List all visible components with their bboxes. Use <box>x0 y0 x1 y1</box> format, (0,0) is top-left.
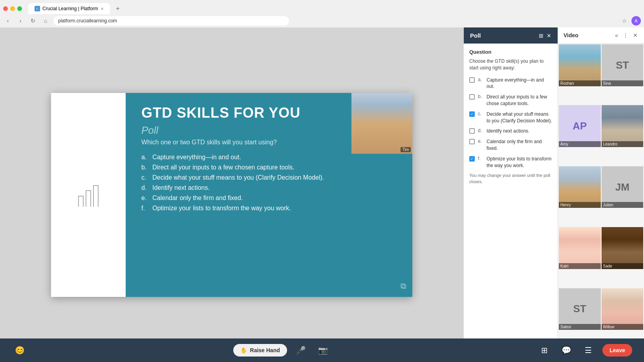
poll-checkbox-f[interactable] <box>469 156 475 162</box>
poll-option-e[interactable]: e. Calendar only the firm and fixed. <box>469 138 552 152</box>
address-bar-row: ‹ › ↻ ⌂ platform.cruciallearning.com ☆ A <box>0 14 644 27</box>
participant-name-leandro: Leandro <box>602 141 644 147</box>
copy-icon[interactable]: ⧉ <box>401 282 406 291</box>
poll-option-letter-b: b. <box>478 94 483 99</box>
poll-checkbox-b[interactable] <box>469 94 475 100</box>
option-text-a: Capture everything—in and out. <box>152 154 241 161</box>
tim-video: Tim <box>351 93 412 154</box>
poll-expand-icon[interactable]: ⊞ <box>539 33 543 39</box>
poll-option-letter-a: a. <box>478 77 483 82</box>
emoji-button[interactable]: 😊 <box>12 342 27 358</box>
poll-option-f[interactable]: f. Optimize your lists to transform the … <box>469 156 552 169</box>
back-button[interactable]: ‹ <box>3 16 13 25</box>
maximize-window-button[interactable] <box>17 6 22 11</box>
salesi-initials: ST <box>573 303 586 315</box>
video-header-btns: « ⋮ ✕ <box>614 31 639 39</box>
poll-checkbox-d[interactable] <box>469 128 475 134</box>
home-button[interactable]: ⌂ <box>41 16 50 25</box>
toolbar-center: ✋ Raise Hand 🎤 📷 <box>233 342 331 358</box>
traffic-lights <box>3 6 22 11</box>
slide-option-a: a. Capture everything—in and out. <box>141 154 397 161</box>
grid-view-button[interactable]: ⊞ <box>536 342 552 358</box>
option-letter-d: d. <box>141 184 149 191</box>
main-layout: GTD SKILLS FOR YOU Poll Which one or two… <box>0 27 644 362</box>
chat-button[interactable]: 💬 <box>558 342 574 358</box>
participant-name-sina: Sina <box>602 80 644 86</box>
poll-close-icon[interactable]: ✕ <box>547 33 551 39</box>
amy-initials: AP <box>573 120 587 132</box>
option-text-f: Optimize your lists to transform the way… <box>152 205 291 212</box>
video-cell-willow: Willow <box>602 288 644 330</box>
forward-button[interactable]: › <box>16 16 25 25</box>
profile-avatar[interactable]: A <box>631 16 641 25</box>
minimize-window-button[interactable] <box>10 6 15 11</box>
julien-initials: JM <box>615 181 629 193</box>
video-prev-button[interactable]: « <box>614 31 619 39</box>
tim-label: Tim <box>401 147 411 152</box>
participant-name-sade: Sade <box>602 263 644 269</box>
option-text-b: Direct all your inputs to a few chosen c… <box>152 164 295 171</box>
menu-button[interactable]: ☰ <box>580 342 596 358</box>
slide-area: GTD SKILLS FOR YOU Poll Which one or two… <box>0 27 463 362</box>
option-letter-c: c. <box>141 174 149 181</box>
leave-button[interactable]: Leave <box>602 344 632 357</box>
poll-checkbox-a[interactable] <box>469 77 475 83</box>
raise-hand-icon: ✋ <box>240 347 247 353</box>
video-cell-salesi: ST Salesi <box>559 288 601 330</box>
tab-favicon: C <box>35 6 40 11</box>
video-close-button[interactable]: ✕ <box>632 31 639 39</box>
video-cell-julien: JM Julien <box>602 166 644 208</box>
poll-option-c[interactable]: c. Decide what your stuff means to you (… <box>469 111 552 124</box>
participant-name-willow: Willow <box>602 324 644 330</box>
poll-title: Poll <box>470 32 481 39</box>
slide-option-d: d. Identify next actions. <box>141 184 397 191</box>
poll-option-b[interactable]: b. Direct all your inputs to a few chose… <box>469 94 552 107</box>
new-tab-button[interactable]: + <box>113 4 123 13</box>
chart-bar-1 <box>78 196 84 207</box>
poll-checkbox-e[interactable] <box>469 139 475 144</box>
video-cell-henry: Henry <box>559 166 601 208</box>
slide-option-c: c. Decide what your stuff means to you (… <box>141 174 397 181</box>
tab-close-button[interactable]: ✕ <box>101 7 104 11</box>
raise-hand-label: Raise Hand <box>250 347 280 353</box>
right-panels: Poll ⊞ ✕ Question Choose the GTD skill(s… <box>463 27 644 362</box>
participant-name-roshan: Roshan <box>559 80 601 86</box>
poll-option-d[interactable]: d. Identify next actions. <box>469 128 552 135</box>
poll-note: You may change your answer until the pol… <box>469 173 552 185</box>
browser-chrome: C Crucial Learning | Platform ✕ + ‹ › ↻ … <box>0 0 644 27</box>
microphone-button[interactable]: 🎤 <box>293 342 309 358</box>
camera-button[interactable]: 📷 <box>315 342 331 358</box>
browser-tab[interactable]: C Crucial Learning | Platform ✕ <box>28 3 110 14</box>
raise-hand-button[interactable]: ✋ Raise Hand <box>233 344 287 357</box>
poll-checkbox-c[interactable] <box>469 111 475 117</box>
video-cell-sina: ST Sina <box>602 44 644 86</box>
video-panel: Video « ⋮ ✕ Roshan <box>558 27 644 362</box>
slide-option-e: e. Calendar only the firm and fixed. <box>141 195 397 202</box>
video-cell-sade: Sade <box>602 227 644 269</box>
video-cell-leandro: Leandro <box>602 105 644 147</box>
video-options-button[interactable]: ⋮ <box>622 31 629 39</box>
option-text-d: Identify next actions. <box>152 184 210 191</box>
panels-row: Poll ⊞ ✕ Question Choose the GTD skill(s… <box>463 27 644 362</box>
question-label: Question <box>469 49 552 55</box>
poll-option-letter-f: f. <box>478 156 483 161</box>
bar-chart-icon <box>78 183 99 207</box>
poll-header-icons: ⊞ ✕ <box>539 33 551 39</box>
address-input[interactable]: platform.cruciallearning.com <box>53 16 289 25</box>
poll-option-a[interactable]: a. Capture everything—in and out. <box>469 77 552 90</box>
poll-option-text-f: Optimize your lists to transform the way… <box>487 156 552 169</box>
bookmark-button[interactable]: ☆ <box>620 16 629 25</box>
tab-title: Crucial Learning | Platform <box>42 6 98 11</box>
chart-bar-2 <box>86 190 91 207</box>
toolbar-right: ⊞ 💬 ☰ Leave <box>536 342 632 358</box>
reload-button[interactable]: ↻ <box>28 16 38 25</box>
participant-name-katri: Katri <box>559 263 601 269</box>
participant-name-amy: Amy <box>559 141 601 147</box>
close-window-button[interactable] <box>3 6 8 11</box>
poll-panel: Poll ⊞ ✕ Question Choose the GTD skill(s… <box>463 27 558 362</box>
video-cell-roshan: Roshan <box>559 44 601 86</box>
participant-name-salesi: Salesi <box>559 324 601 330</box>
question-text: Choose the GTD skill(s) you plan to star… <box>469 58 552 71</box>
option-letter-b: b. <box>141 164 149 171</box>
option-text-c: Decide what your stuff means to you (Cla… <box>152 174 324 181</box>
